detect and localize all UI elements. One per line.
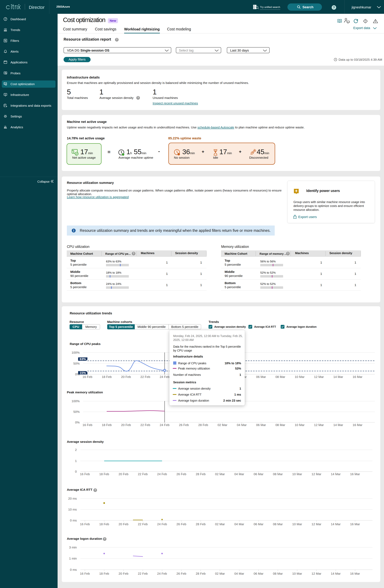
svg-text:04 Mar: 04 Mar	[237, 423, 247, 427]
svg-text:0%: 0%	[75, 421, 80, 424]
svg-text:18 Feb: 18 Feb	[102, 423, 112, 427]
svg-text:50%: 50%	[73, 410, 80, 413]
svg-text:18 Feb: 18 Feb	[99, 522, 109, 526]
svg-text:28 Feb: 28 Feb	[196, 572, 205, 575]
svg-text:16 Feb: 16 Feb	[83, 375, 92, 378]
svg-text:04 Mar: 04 Mar	[234, 472, 244, 476]
svg-text:16 Feb: 16 Feb	[80, 522, 90, 526]
svg-text:26 Feb: 26 Feb	[177, 522, 186, 526]
svg-text:12 Mar: 12 Mar	[312, 522, 321, 526]
svg-text:16 Mar: 16 Mar	[350, 572, 360, 575]
svg-text:08 Mar: 08 Mar	[275, 423, 285, 427]
svg-text:18 Feb: 18 Feb	[99, 472, 109, 476]
svg-text:0 ms: 0 ms	[70, 568, 77, 571]
svg-text:20 Feb: 20 Feb	[121, 423, 131, 427]
svg-text:06 Mar: 06 Mar	[254, 522, 263, 526]
svg-text:16 Mar: 16 Mar	[350, 472, 360, 476]
svg-text:06 Mar: 06 Mar	[256, 375, 266, 378]
svg-text:100%: 100%	[71, 399, 80, 403]
svg-text:0 ms: 0 ms	[70, 519, 77, 522]
svg-text:20 Feb: 20 Feb	[119, 522, 128, 526]
svg-text:24 Feb: 24 Feb	[157, 572, 167, 575]
svg-text:16 Feb: 16 Feb	[83, 423, 92, 427]
svg-text:12 Mar: 12 Mar	[314, 375, 324, 378]
svg-text:02 Mar: 02 Mar	[215, 522, 225, 526]
svg-text:10 Mar: 10 Mar	[292, 572, 302, 575]
svg-text:18 Feb: 18 Feb	[102, 375, 112, 378]
svg-text:14 Mar: 14 Mar	[331, 572, 340, 575]
svg-text:02 Mar: 02 Mar	[215, 472, 225, 476]
svg-text:20 Feb: 20 Feb	[119, 472, 128, 476]
svg-text:16 Mar: 16 Mar	[353, 375, 362, 378]
svg-text:16 Feb: 16 Feb	[80, 572, 90, 575]
svg-text:14 Mar: 14 Mar	[331, 522, 340, 526]
svg-text:16 Mar: 16 Mar	[353, 423, 362, 427]
svg-text:04 Mar: 04 Mar	[234, 522, 244, 526]
svg-text:24 Feb: 24 Feb	[157, 522, 167, 526]
svg-text:28 Feb: 28 Feb	[196, 522, 205, 526]
svg-text:20 Feb: 20 Feb	[119, 572, 128, 575]
svg-text:24 Feb: 24 Feb	[160, 423, 169, 427]
svg-text:100%: 100%	[71, 351, 80, 354]
svg-text:14 Mar: 14 Mar	[333, 375, 343, 378]
svg-text:20 Feb: 20 Feb	[121, 375, 131, 378]
svg-text:06 Mar: 06 Mar	[256, 423, 266, 427]
svg-text:10 Mar: 10 Mar	[295, 423, 305, 427]
svg-text:10 Mar: 10 Mar	[292, 522, 302, 526]
svg-text:1 min: 1 min	[69, 557, 77, 560]
svg-text:08 Mar: 08 Mar	[275, 375, 285, 378]
svg-text:14 Mar: 14 Mar	[333, 423, 343, 427]
svg-text:06 Mar: 06 Mar	[254, 572, 263, 575]
svg-text:26 Feb: 26 Feb	[177, 472, 186, 476]
svg-text:14 Mar: 14 Mar	[331, 472, 340, 476]
svg-text:02 Mar: 02 Mar	[218, 423, 227, 427]
svg-text:16 Mar: 16 Mar	[350, 522, 360, 526]
svg-text:20 ms: 20 ms	[68, 497, 77, 500]
svg-text:12 Mar: 12 Mar	[312, 472, 321, 476]
svg-text:26 Feb: 26 Feb	[177, 572, 186, 575]
svg-text:22 Feb: 22 Feb	[138, 472, 148, 476]
svg-text:04 Mar: 04 Mar	[234, 572, 244, 575]
svg-text:$: $	[5, 84, 6, 85]
svg-text:28 Feb: 28 Feb	[196, 472, 205, 476]
svg-text:24 Feb: 24 Feb	[157, 472, 167, 476]
svg-text:12 Mar: 12 Mar	[312, 572, 321, 575]
svg-text:10 Mar: 10 Mar	[295, 375, 305, 378]
svg-text:50%: 50%	[73, 362, 80, 365]
svg-text:3 min: 3 min	[69, 546, 77, 549]
svg-text:1: 1	[75, 459, 77, 462]
svg-text:24 Feb: 24 Feb	[160, 375, 169, 378]
svg-text:0: 0	[75, 470, 77, 473]
svg-text:10 ms: 10 ms	[68, 508, 77, 511]
svg-text:08 Mar: 08 Mar	[273, 472, 283, 476]
svg-text:22 Feb: 22 Feb	[140, 375, 150, 378]
svg-text:26 Feb: 26 Feb	[179, 423, 189, 427]
svg-text:10 Mar: 10 Mar	[292, 472, 302, 476]
svg-text:02 Mar: 02 Mar	[215, 572, 225, 575]
svg-text:22 Feb: 22 Feb	[138, 572, 148, 575]
svg-text:2: 2	[75, 448, 77, 451]
svg-text:08 Mar: 08 Mar	[273, 572, 283, 575]
svg-text:22 Feb: 22 Feb	[140, 423, 150, 427]
svg-text:06 Mar: 06 Mar	[254, 472, 263, 476]
svg-text:12 Mar: 12 Mar	[314, 423, 324, 427]
svg-text:28 Feb: 28 Feb	[198, 423, 208, 427]
svg-text:16 Feb: 16 Feb	[80, 472, 90, 476]
svg-text:22 Feb: 22 Feb	[138, 522, 148, 526]
svg-text:15%: 15%	[80, 371, 86, 375]
svg-text:63%: 63%	[80, 357, 86, 361]
svg-text:18 Feb: 18 Feb	[99, 572, 109, 575]
svg-text:08 Mar: 08 Mar	[273, 522, 283, 526]
